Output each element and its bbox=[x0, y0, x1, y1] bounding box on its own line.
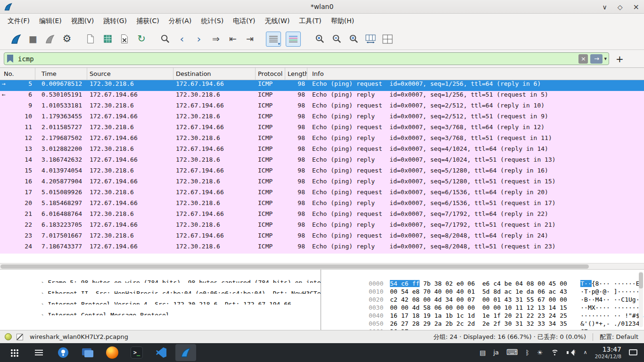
packet-row[interactable]: 15 4.013974054 172.30.218.6 172.67.194.6… bbox=[0, 167, 644, 178]
column-header-no[interactable]: No. bbox=[0, 68, 35, 80]
filter-value[interactable]: icmp bbox=[16, 55, 576, 63]
menu-item[interactable]: 无线(W) bbox=[260, 14, 295, 28]
column-header-info[interactable]: Info bbox=[307, 68, 644, 80]
bluetooth-icon[interactable]: ᛒ bbox=[526, 349, 529, 356]
taskbar-app-terminal[interactable]: >_ bbox=[126, 344, 147, 361]
expert-info-icon[interactable] bbox=[5, 333, 12, 340]
number-columns-button[interactable] bbox=[380, 32, 395, 47]
packet-row[interactable]: 23 7.017501667 172.30.218.6 172.67.194.6… bbox=[0, 232, 644, 243]
column-header-time[interactable]: Time bbox=[35, 68, 87, 80]
menu-item[interactable]: 统计(S) bbox=[196, 14, 228, 28]
menu-item[interactable]: 分析(A) bbox=[164, 14, 197, 28]
filter-clear-icon[interactable]: × bbox=[578, 54, 588, 64]
packet-row[interactable]: 5 → 0.009678512 172.30.218.6 172.67.194.… bbox=[0, 80, 644, 91]
menu-item[interactable]: 文件(F) bbox=[3, 14, 34, 28]
resize-columns-button[interactable] bbox=[363, 32, 378, 47]
packet-row[interactable]: 12 2.179687502 172.67.194.66 172.30.218.… bbox=[0, 134, 644, 145]
add-filter-button[interactable]: + bbox=[616, 54, 624, 64]
packet-row[interactable]: 10 1.179363455 172.67.194.66 172.30.218.… bbox=[0, 113, 644, 123]
packet-row[interactable]: 20 5.185468297 172.67.194.66 172.30.218.… bbox=[0, 199, 644, 210]
detail-row[interactable]: ›Ethernet II, Src: HonHaiPrecis_c4:be:04… bbox=[0, 283, 321, 294]
packet-row[interactable]: 6 ← 0.530105191 172.67.194.66 172.30.218… bbox=[0, 91, 644, 102]
detail-row[interactable]: ›Internet Control Message Protocol bbox=[0, 304, 321, 315]
menu-item[interactable]: 跳转(G) bbox=[99, 14, 132, 28]
menu-item[interactable]: 工具(T) bbox=[294, 14, 326, 28]
hex-row[interactable]: 000054 c6 ff 7b 38 02 e0 06 e6 c4 be 04 … bbox=[324, 273, 644, 281]
keyboard-icon[interactable]: ⌨ bbox=[506, 348, 518, 356]
display-icon[interactable] bbox=[629, 349, 637, 355]
taskbar-app-vscode[interactable] bbox=[151, 344, 172, 361]
go-to-packet-button[interactable]: ⇒ bbox=[208, 32, 223, 47]
detail-row[interactable]: ›Frame 5: 98 bytes on wire (784 bits), 9… bbox=[0, 272, 321, 283]
expander-icon[interactable]: › bbox=[41, 312, 48, 315]
ime-indicator[interactable]: ja bbox=[493, 349, 499, 356]
expander-icon[interactable]: › bbox=[41, 279, 48, 283]
taskbar-app-system-monitor[interactable] bbox=[28, 344, 49, 361]
auto-scroll-toggle[interactable]: ▾ bbox=[266, 32, 281, 47]
horizontal-scrollbar-thumb[interactable] bbox=[0, 264, 589, 269]
filter-apply-icon[interactable]: → bbox=[590, 54, 603, 64]
stop-capture-button[interactable]: ■ bbox=[25, 32, 41, 47]
close-icon[interactable]: × bbox=[633, 2, 639, 11]
column-header-length[interactable]: Length bbox=[285, 68, 307, 80]
zoom-in-button[interactable] bbox=[312, 32, 327, 47]
menu-item[interactable]: 电话(Y) bbox=[228, 14, 260, 28]
capture-options-button[interactable]: ⚙ bbox=[59, 32, 74, 47]
restart-capture-button[interactable] bbox=[42, 32, 58, 47]
column-header-source[interactable]: Source bbox=[87, 68, 173, 80]
volume-muted-icon[interactable]: × bbox=[567, 349, 576, 356]
expander-icon[interactable]: › bbox=[41, 301, 48, 304]
packet-row[interactable]: 11 2.011585727 172.30.218.6 172.67.194.6… bbox=[0, 123, 644, 134]
capture-comment-icon[interactable] bbox=[17, 334, 23, 340]
clipboard-icon[interactable]: ▤ bbox=[479, 349, 486, 356]
start-capture-button[interactable] bbox=[8, 32, 24, 47]
packet-row[interactable]: 21 6.016488764 172.30.218.6 172.67.194.6… bbox=[0, 210, 644, 221]
chevron-up-icon[interactable]: ∧ bbox=[584, 350, 587, 355]
expander-icon[interactable]: › bbox=[41, 290, 48, 294]
vertical-scrollbar-thumb[interactable] bbox=[639, 272, 643, 288]
filter-dropdown-icon[interactable]: ▾ bbox=[604, 56, 607, 62]
go-last-packet-button[interactable]: ⇥ bbox=[242, 32, 257, 47]
packet-row[interactable]: 17 5.015089926 172.30.218.6 172.67.194.6… bbox=[0, 189, 644, 199]
packet-row[interactable]: 16 4.205877904 172.67.194.66 172.30.218.… bbox=[0, 178, 644, 189]
save-file-button[interactable] bbox=[100, 32, 115, 47]
go-forward-button[interactable]: › bbox=[191, 32, 206, 47]
find-packet-button[interactable] bbox=[157, 32, 173, 47]
taskbar-app-firefox[interactable] bbox=[102, 344, 123, 361]
menu-item[interactable]: 视图(V) bbox=[66, 14, 99, 28]
taskbar-app-launcher[interactable] bbox=[4, 344, 25, 361]
taskbar-app-wireshark[interactable] bbox=[175, 344, 196, 361]
maximize-icon[interactable]: ◇ bbox=[618, 3, 623, 11]
filter-bookmark-icon[interactable] bbox=[7, 55, 13, 63]
menu-item[interactable]: 编辑(E) bbox=[34, 14, 66, 28]
open-file-button[interactable] bbox=[83, 32, 98, 47]
close-file-button[interactable] bbox=[117, 32, 132, 47]
zoom-reset-button[interactable] bbox=[346, 32, 361, 47]
display-filter-input[interactable]: icmp × → ▾ bbox=[4, 52, 609, 65]
taskbar-app-file-manager[interactable] bbox=[77, 344, 98, 361]
column-header-destination[interactable]: Destination bbox=[173, 68, 256, 80]
go-back-button[interactable]: ‹ bbox=[174, 32, 190, 47]
packet-row[interactable]: 9 1.010533181 172.30.218.6 172.67.194.66… bbox=[0, 102, 644, 113]
brightness-icon[interactable]: ☀ bbox=[537, 349, 543, 356]
horizontal-scrollbar[interactable] bbox=[0, 263, 644, 270]
clock[interactable]: 13:47 2024/12/8 bbox=[595, 346, 621, 360]
wifi-icon[interactable] bbox=[551, 349, 559, 356]
packet-row[interactable]: 24 7.186743377 172.67.194.66 172.30.218.… bbox=[0, 243, 644, 254]
capture-filename[interactable]: wireshark_wlan0KH7LY2.pcapng bbox=[30, 333, 128, 340]
packet-row[interactable]: 13 3.012882200 172.30.218.6 172.67.194.6… bbox=[0, 145, 644, 156]
go-first-packet-button[interactable]: ⇤ bbox=[225, 32, 240, 47]
taskbar-app-3[interactable] bbox=[53, 344, 74, 361]
detail-row[interactable]: ›Internet Protocol Version 4, Src: 172.3… bbox=[0, 294, 321, 304]
packet-row[interactable]: 22 6.183223705 172.67.194.66 172.30.218.… bbox=[0, 221, 644, 232]
zoom-out-button[interactable] bbox=[329, 32, 344, 47]
reload-file-button[interactable]: ↻ bbox=[134, 32, 149, 47]
menu-item[interactable]: 捕获(C) bbox=[132, 14, 164, 28]
colorize-toggle[interactable] bbox=[286, 32, 301, 47]
profile-label[interactable]: 配置: Default bbox=[600, 333, 638, 341]
vertical-scrollbar[interactable] bbox=[639, 272, 643, 327]
minimize-icon[interactable]: ∨ bbox=[603, 3, 607, 11]
packet-row[interactable]: 14 3.186742632 172.67.194.66 172.30.218.… bbox=[0, 156, 644, 167]
column-header-protocol[interactable]: Protocol bbox=[256, 68, 285, 80]
menu-item[interactable]: 帮助(H) bbox=[326, 14, 359, 28]
